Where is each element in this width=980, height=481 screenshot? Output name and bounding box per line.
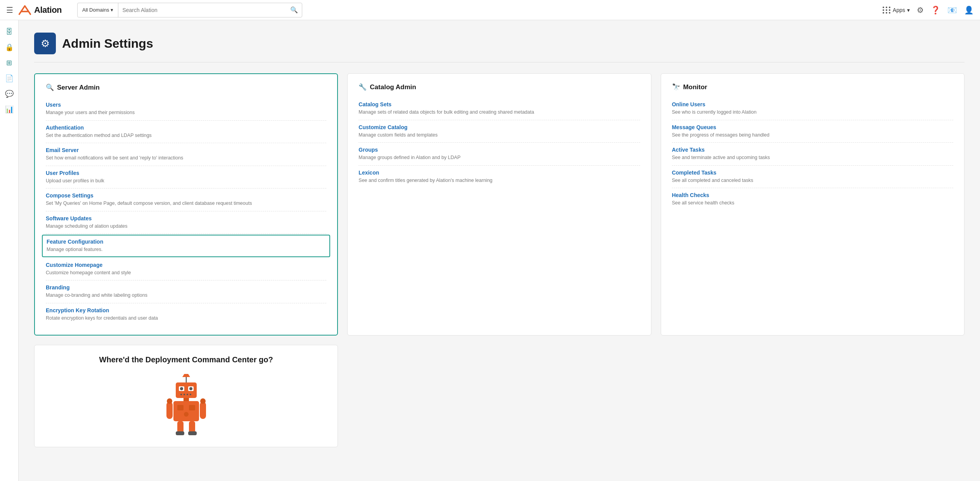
svg-point-15 bbox=[184, 412, 189, 417]
apps-chevron-icon: ▾ bbox=[907, 7, 910, 13]
help-icon[interactable]: ❓ bbox=[931, 5, 940, 15]
svg-rect-13 bbox=[177, 405, 184, 410]
monitor-item: Active Tasks See and terminate active an… bbox=[672, 143, 953, 166]
monitor-item: Completed Tasks See all completed and ca… bbox=[672, 166, 953, 189]
server-admin-link[interactable]: Compose Settings bbox=[46, 192, 326, 199]
catalog-admin-desc: Manage custom fields and templates bbox=[358, 132, 438, 138]
search-input[interactable] bbox=[122, 7, 290, 13]
server-admin-item: Email Server Set how email notifications… bbox=[46, 143, 326, 166]
settings-icon[interactable]: ⚙ bbox=[917, 5, 924, 15]
server-admin-link[interactable]: Encryption Key Rotation bbox=[46, 307, 326, 313]
server-admin-link[interactable]: Feature Configuration bbox=[47, 239, 326, 245]
monitor-desc: See and terminate active and upcoming ta… bbox=[672, 155, 770, 160]
svg-point-7 bbox=[180, 394, 182, 395]
catalog-admin-item: Lexicon See and confirm titles generated… bbox=[358, 166, 640, 188]
catalog-admin-link[interactable]: Catalog Sets bbox=[358, 101, 640, 107]
notifications-icon[interactable]: 📧 bbox=[947, 5, 957, 15]
monitor-link[interactable]: Completed Tasks bbox=[672, 170, 953, 176]
svg-rect-21 bbox=[189, 421, 195, 433]
server-admin-link[interactable]: Software Updates bbox=[46, 215, 326, 221]
monitor-card: 🔭 Monitor Online Users See who is curren… bbox=[661, 73, 964, 336]
binoculars-icon: 🔭 bbox=[672, 83, 680, 91]
server-admin-desc: Set the authentication method and LDAP s… bbox=[46, 133, 152, 138]
apps-label: Apps bbox=[893, 7, 905, 13]
server-admin-list: Users Manage your users and their permis… bbox=[46, 98, 326, 325]
server-admin-item: Encryption Key Rotation Rotate encryptio… bbox=[46, 303, 326, 326]
server-admin-title: 🔍 Server Admin bbox=[46, 83, 326, 92]
logo[interactable]: Alation bbox=[18, 5, 62, 16]
svg-point-10 bbox=[190, 394, 191, 395]
server-admin-desc: Manage your users and their permissions bbox=[46, 110, 135, 115]
catalog-admin-desc: Manage groups defined in Alation and by … bbox=[358, 155, 461, 160]
monitor-list: Online Users See who is currently logged… bbox=[672, 97, 953, 211]
monitor-item: Online Users See who is currently logged… bbox=[672, 97, 953, 120]
robot-illustration bbox=[165, 374, 208, 438]
chevron-down-icon: ▾ bbox=[111, 7, 113, 13]
server-admin-desc: Manage optional features. bbox=[47, 247, 103, 252]
svg-rect-17 bbox=[200, 402, 206, 419]
monitor-desc: See the progress of messages being handl… bbox=[672, 132, 770, 138]
svg-rect-12 bbox=[173, 401, 199, 421]
monitor-item: Message Queues See the progress of messa… bbox=[672, 120, 953, 143]
server-admin-desc: Customize homepage content and style bbox=[46, 270, 131, 275]
left-sidebar: 🗄 🔒 ⊞ 📄 💬 📊 bbox=[0, 20, 19, 481]
catalog-admin-link[interactable]: Customize Catalog bbox=[358, 124, 640, 130]
catalog-admin-card: 🔧 Catalog Admin Catalog Sets Manage sets… bbox=[347, 73, 651, 336]
server-admin-link[interactable]: Users bbox=[46, 102, 326, 108]
domain-selector[interactable]: All Domains ▾ bbox=[78, 3, 118, 17]
page-title: Admin Settings bbox=[62, 36, 153, 51]
server-admin-link[interactable]: Branding bbox=[46, 284, 326, 291]
page-title-wrap: ⚙ Admin Settings bbox=[34, 33, 964, 54]
search-input-wrap: 🔍 bbox=[118, 6, 302, 14]
hamburger-menu[interactable]: ☰ bbox=[6, 5, 13, 15]
monitor-link[interactable]: Message Queues bbox=[672, 124, 953, 130]
catalog-admin-link[interactable]: Lexicon bbox=[358, 170, 640, 176]
svg-point-19 bbox=[200, 398, 206, 404]
monitor-desc: See all completed and canceled tasks bbox=[672, 178, 753, 183]
server-admin-link[interactable]: User Profiles bbox=[46, 170, 326, 176]
svg-point-5 bbox=[180, 387, 183, 390]
bottom-empty-col3 bbox=[661, 345, 964, 447]
monitor-link[interactable]: Online Users bbox=[672, 101, 953, 107]
user-icon[interactable]: 👤 bbox=[964, 5, 974, 15]
svg-rect-14 bbox=[189, 405, 195, 410]
server-admin-item: Authentication Set the authentication me… bbox=[46, 121, 326, 144]
topnav-left: ☰ Alation bbox=[6, 5, 62, 16]
monitor-link[interactable]: Health Checks bbox=[672, 192, 953, 198]
server-admin-desc: Upload user profiles in bulk bbox=[46, 178, 104, 183]
server-admin-desc: Manage scheduling of alation updates bbox=[46, 223, 128, 229]
svg-point-9 bbox=[187, 394, 188, 395]
server-admin-item: Customize Homepage Customize homepage co… bbox=[46, 258, 326, 281]
server-admin-item: Users Manage your users and their permis… bbox=[46, 98, 326, 121]
page-divider bbox=[34, 62, 964, 62]
sidebar-item-grid[interactable]: ⊞ bbox=[2, 56, 16, 70]
server-admin-card: 🔍 Server Admin Users Manage your users a… bbox=[34, 73, 338, 336]
monitor-link[interactable]: Active Tasks bbox=[672, 147, 953, 153]
catalog-admin-item: Catalog Sets Manage sets of related data… bbox=[358, 97, 640, 120]
server-admin-link[interactable]: Authentication bbox=[46, 125, 326, 131]
svg-point-6 bbox=[189, 387, 192, 390]
sidebar-item-messages[interactable]: 💬 bbox=[2, 87, 16, 101]
catalog-admin-link[interactable]: Groups bbox=[358, 147, 640, 153]
catalog-admin-item: Customize Catalog Manage custom fields a… bbox=[358, 120, 640, 143]
svg-rect-11 bbox=[184, 398, 189, 401]
magnify-icon: 🔍 bbox=[46, 83, 54, 92]
server-admin-link[interactable]: Customize Homepage bbox=[46, 262, 326, 268]
monitor-desc: See who is currently logged into Alation bbox=[672, 109, 757, 115]
server-admin-item: User Profiles Upload user profiles in bu… bbox=[46, 166, 326, 189]
catalog-admin-item: Groups Manage groups defined in Alation … bbox=[358, 143, 640, 166]
apps-button[interactable]: Apps ▾ bbox=[883, 7, 910, 14]
apps-grid-icon bbox=[883, 7, 891, 14]
server-admin-link[interactable]: Email Server bbox=[46, 147, 326, 153]
sidebar-item-security[interactable]: 🔒 bbox=[2, 40, 16, 54]
monitor-desc: See all service health checks bbox=[672, 200, 734, 206]
server-admin-desc: Set 'My Queries' on Home Page, default c… bbox=[46, 201, 252, 206]
svg-rect-23 bbox=[188, 431, 197, 435]
deployment-card: Where'd the Deployment Command Center go… bbox=[34, 345, 338, 447]
svg-rect-20 bbox=[177, 421, 184, 433]
sidebar-item-documents[interactable]: 📄 bbox=[2, 71, 16, 85]
sidebar-item-analytics[interactable]: 📊 bbox=[2, 102, 16, 116]
svg-point-18 bbox=[167, 398, 172, 404]
server-admin-desc: Set how email notifications will be sent… bbox=[46, 155, 183, 161]
sidebar-item-catalog[interactable]: 🗄 bbox=[2, 25, 16, 39]
